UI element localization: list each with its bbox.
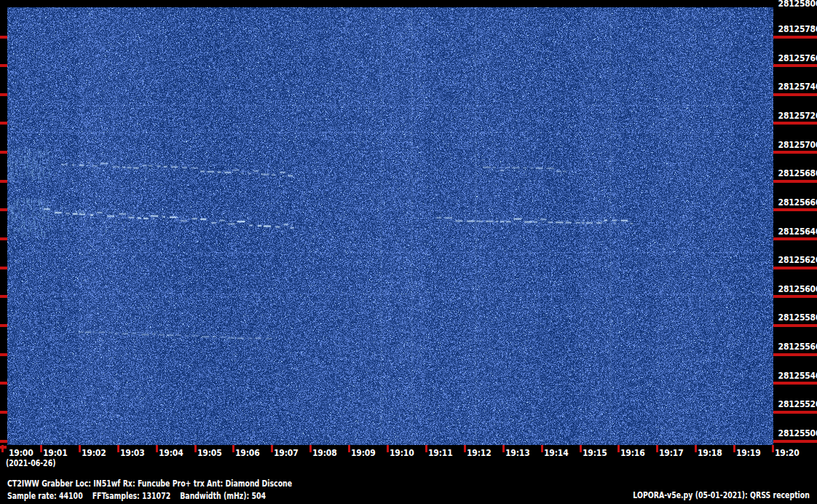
settings-line: Sample rate: 44100 FFTsamples: 131072 Ba… xyxy=(7,491,266,500)
time-tick-label: 19:19 xyxy=(736,449,760,457)
time-tick-label: 19:13 xyxy=(505,449,529,457)
time-tick-label: 19:01 xyxy=(43,449,67,457)
frequency-tick-left xyxy=(0,440,7,443)
time-tick xyxy=(194,445,197,452)
date-label: (2021-06-26) xyxy=(6,458,55,468)
time-tick xyxy=(117,445,119,452)
frequency-tick-left xyxy=(0,267,7,269)
time-tick xyxy=(695,445,697,452)
frequency-tick-label: 28125760 xyxy=(778,54,815,63)
frequency-tick-left xyxy=(0,122,7,125)
time-tick-label: 19:07 xyxy=(274,449,298,457)
time-tick-label: 19:08 xyxy=(312,449,336,457)
frequency-tick-label: 28125640 xyxy=(778,227,815,236)
time-tick-label: 19:16 xyxy=(620,449,644,457)
frequency-tick-left xyxy=(0,208,7,211)
frequency-tick-left xyxy=(0,324,7,327)
time-tick-label: 19:06 xyxy=(235,449,259,457)
time-tick xyxy=(772,445,774,452)
frequency-tick-line xyxy=(773,122,817,125)
time-tick-label: 19:11 xyxy=(428,449,452,457)
frequency-tick-line xyxy=(773,208,817,211)
frequency-tick-label: 28125520 xyxy=(778,400,815,409)
time-tick xyxy=(271,445,273,452)
frequency-tick-left xyxy=(0,353,7,356)
frequency-tick-line xyxy=(773,93,817,96)
time-tick-label: 19:00 xyxy=(9,449,33,457)
time-tick-label: 19:18 xyxy=(698,449,722,457)
frequency-tick-label: 28125500 xyxy=(778,429,815,438)
time-tick-label: 19:15 xyxy=(583,449,607,457)
time-tick-label: 19:09 xyxy=(351,449,375,457)
frequency-tick-label: 28125720 xyxy=(778,111,815,120)
time-tick xyxy=(617,445,620,452)
frequency-tick-line xyxy=(773,353,817,356)
time-tick xyxy=(656,445,658,452)
frequency-tick-left xyxy=(0,64,7,67)
frequency-tick-label: 28125740 xyxy=(778,82,815,91)
frequency-tick-label: 28125700 xyxy=(778,141,815,149)
time-tick xyxy=(464,445,466,452)
time-tick xyxy=(156,445,158,452)
frequency-tick-left xyxy=(0,237,7,240)
frequency-tick-left xyxy=(0,151,7,154)
frequency-tick-label: 28125540 xyxy=(778,371,815,380)
frequency-tick-left xyxy=(0,93,7,96)
time-tick xyxy=(1,445,4,452)
time-tick xyxy=(348,445,350,452)
time-tick-label: 19:02 xyxy=(82,449,106,457)
frequency-tick-left xyxy=(0,295,7,298)
frequency-tick-line xyxy=(773,382,817,385)
time-tick xyxy=(232,445,234,452)
software-credit: LOPORA-v5e.py (05-01-2021): QRSS recepti… xyxy=(633,490,810,500)
time-tick-label: 19:12 xyxy=(467,449,491,457)
time-tick xyxy=(541,445,543,452)
qrss-grabber-screenshot: 2812580028125780281257602812574028125720… xyxy=(0,0,817,504)
frequency-tick-line xyxy=(773,180,817,183)
frequency-tick-label: 28125660 xyxy=(778,198,815,207)
time-tick xyxy=(580,445,582,452)
frequency-tick-left xyxy=(0,36,7,39)
time-tick xyxy=(79,445,81,452)
frequency-tick-line xyxy=(773,64,817,67)
frequency-tick-line xyxy=(773,440,817,443)
spectrogram-waterfall xyxy=(7,7,773,445)
frequency-tick-label: 28125620 xyxy=(778,256,815,264)
frequency-tick-label: 28125680 xyxy=(778,169,815,178)
time-tick xyxy=(40,445,42,452)
time-tick xyxy=(309,445,312,452)
time-tick-label: 19:17 xyxy=(659,449,683,457)
frequency-tick-label: 28125560 xyxy=(778,342,815,351)
frequency-tick-left xyxy=(0,180,7,183)
time-tick-label: 19:04 xyxy=(159,449,183,457)
station-info-line: CT2IWW Grabber Loc: IN51wf Rx: Funcube P… xyxy=(7,479,292,488)
time-tick xyxy=(387,445,389,452)
time-tick-label: 19:14 xyxy=(544,449,568,457)
time-tick xyxy=(425,445,427,452)
frequency-tick-line xyxy=(773,324,817,327)
frequency-tick-line xyxy=(773,237,817,240)
time-tick xyxy=(502,445,505,452)
time-tick-label: 19:03 xyxy=(120,449,144,457)
frequency-tick-left xyxy=(0,411,7,414)
time-tick-label: 19:20 xyxy=(775,449,799,457)
frequency-tick-line xyxy=(773,151,817,154)
frequency-tick-left xyxy=(0,382,7,385)
time-tick-label: 19:05 xyxy=(197,449,221,457)
frequency-tick-line xyxy=(773,295,817,298)
frequency-tick-line xyxy=(773,267,817,269)
time-tick-label: 19:10 xyxy=(390,449,414,457)
frequency-tick-label: 28125780 xyxy=(778,25,815,34)
frequency-tick-label: 28125580 xyxy=(778,313,815,322)
frequency-tick-label: 28125800 xyxy=(778,0,815,8)
frequency-tick-line xyxy=(773,36,817,39)
time-tick xyxy=(733,445,735,452)
frequency-tick-label: 28125600 xyxy=(778,285,815,294)
frequency-tick-line xyxy=(773,411,817,414)
